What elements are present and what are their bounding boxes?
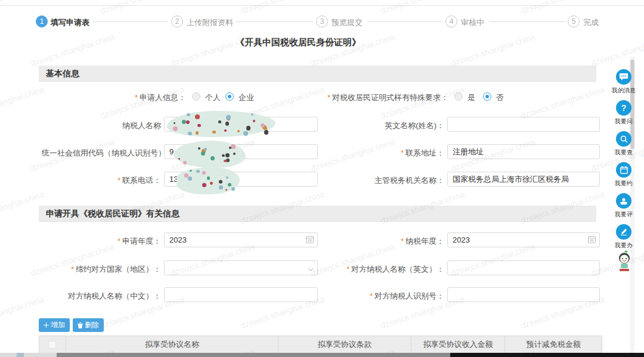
plus-icon <box>44 322 49 328</box>
tax-authority-input[interactable] <box>447 172 600 187</box>
sidebar-item-label: 我要约 <box>609 179 638 188</box>
treaty-country-label: *缔约对方国家（地区）： <box>42 264 161 275</box>
counterpart-tax-id-input[interactable] <box>447 287 600 302</box>
contact-address-input[interactable] <box>447 144 600 159</box>
calendar-icon[interactable] <box>306 236 314 243</box>
sidebar-item-appointment[interactable]: 我要约 <box>609 162 638 188</box>
step-connector <box>367 21 442 22</box>
tax-year-input[interactable] <box>447 232 600 247</box>
tax-resident-certificate-page: dzswjcs.shanghai.chinadzswjcs.shanghai.c… <box>0 0 644 357</box>
redaction-blob-taxpayer-name <box>167 111 275 137</box>
horizontal-scrollbar[interactable] <box>0 353 644 357</box>
radio-yes-label[interactable]: 是 <box>467 92 475 103</box>
contact-address-label: *联系地址： <box>325 148 444 159</box>
sidebar-item-label: 我要查 <box>609 148 638 157</box>
required-star: * <box>117 176 120 185</box>
treaty-country-select[interactable] <box>164 260 318 275</box>
radio-yes[interactable] <box>454 92 463 101</box>
step-1-label: 填写申请表 <box>51 17 89 28</box>
counterpart-name-cn-input[interactable] <box>164 287 318 302</box>
english-name-label: 英文名称(姓名)： <box>325 120 444 131</box>
step-connector <box>489 21 565 22</box>
required-star: * <box>370 291 373 300</box>
message-icon <box>616 69 631 85</box>
counterpart-name-en-label: *对方纳税人名称（英文）： <box>325 264 444 275</box>
redaction-blob-credit-code <box>174 141 246 168</box>
select-all-cell <box>39 336 66 353</box>
horizontal-scrollbar-thumb-dark[interactable] <box>450 353 644 357</box>
trash-icon <box>78 322 83 328</box>
step-connector <box>92 21 168 22</box>
required-star: * <box>71 265 74 274</box>
radio-no-label[interactable]: 否 <box>496 92 504 103</box>
sidebar-item-messages[interactable]: 我的消息 <box>609 69 638 95</box>
apply-year-label: *申请年度： <box>42 236 161 247</box>
step-2-label: 上传附报资料 <box>187 17 233 28</box>
top-divider <box>0 5 644 6</box>
column-header-agreement-name: 拟享受协议名称 <box>66 336 278 353</box>
required-star: * <box>327 93 330 102</box>
column-header-agreement-clause: 拟享受协议条款 <box>278 336 411 353</box>
tax-authority-label: 主管税务机关名称： <box>325 175 444 186</box>
radio-individual-label[interactable]: 个人 <box>205 92 221 103</box>
add-button[interactable]: 增加 <box>39 318 70 332</box>
step-5-circle: 5 <box>568 15 580 27</box>
step-3-circle: 3 <box>316 15 328 27</box>
apply-year-input[interactable] <box>164 232 318 247</box>
search-icon <box>616 131 631 147</box>
calendar-icon[interactable] <box>588 236 596 243</box>
counterpart-tax-id-label: *对方纳税人识别号： <box>325 291 444 302</box>
calendar-icon <box>616 162 631 178</box>
step-5-label: 完成 <box>583 17 599 28</box>
radio-individual[interactable] <box>192 92 200 101</box>
horizontal-scrollbar-segment[interactable] <box>17 353 24 357</box>
sidebar-item-label: 我要办 <box>609 241 638 250</box>
edit-icon <box>616 224 631 240</box>
horizontal-scrollbar-thumb[interactable] <box>57 353 450 357</box>
delete-button[interactable]: 删除 <box>73 318 104 332</box>
agreement-table-header: 拟享受协议名称 拟享受协议条款 拟享受协议收入金额 预计减免税金额 <box>39 336 602 353</box>
required-star: * <box>117 237 120 246</box>
sidebar-item-label: 我要问 <box>609 117 638 126</box>
step-4-circle: 4 <box>445 15 457 27</box>
step-1-circle: 1 <box>36 15 48 27</box>
step-connector <box>236 21 313 22</box>
step-4-label: 审核中 <box>461 17 484 28</box>
contact-phone-label: *联系电话： <box>42 175 161 186</box>
counterpart-name-en-input[interactable] <box>447 260 600 275</box>
applicant-type-label: *申请人信息： <box>72 92 186 103</box>
sidebar-item-evaluate[interactable]: 我要评 <box>609 193 638 219</box>
step-2-circle: 2 <box>171 15 183 27</box>
tax-year-label: *纳税年度： <box>325 236 444 247</box>
sidebar-item-search[interactable]: 我要查 <box>609 131 638 157</box>
special-format-label: *对税收居民证明式样有特殊要求： <box>322 92 448 103</box>
question-icon: ? <box>616 100 631 116</box>
sidebar-item-label: 我要评 <box>609 210 638 219</box>
required-star: * <box>346 265 349 274</box>
redaction-blob-contact-phone <box>177 167 240 194</box>
page-title: 《开具中国税收居民身份证明》 <box>0 37 596 48</box>
radio-enterprise-label[interactable]: 企业 <box>239 92 254 103</box>
required-star: * <box>401 237 404 246</box>
evaluate-icon <box>616 193 631 209</box>
sidebar-item-handle[interactable]: 我要办 <box>609 224 638 250</box>
column-header-income-amount: 拟享受协议收入金额 <box>411 336 506 353</box>
section-header-basic-info: 基本信息 <box>39 66 596 82</box>
step-3-label: 预览提交 <box>332 17 363 28</box>
select-all-checkbox[interactable] <box>48 341 56 349</box>
credit-code-label: 统一社会信用代码（纳税人识别号）： <box>42 148 161 159</box>
sidebar-item-ask[interactable]: ? 我要问 <box>609 100 638 126</box>
column-header-tax-reduction: 预计减免税金额 <box>505 336 602 353</box>
radio-enterprise[interactable] <box>225 92 234 101</box>
counterpart-name-cn-label: 对方纳税人名称（中文）： <box>42 291 161 302</box>
assistant-mascot-icon[interactable] <box>614 250 634 274</box>
chevron-down-icon <box>308 266 313 271</box>
taxpayer-name-label: 纳税人名称 <box>42 120 161 131</box>
radio-no[interactable] <box>483 92 491 101</box>
english-name-input[interactable] <box>447 117 600 132</box>
required-star: * <box>135 93 138 102</box>
sidebar-item-label: 我的消息 <box>609 86 638 95</box>
section-header-certificate-info: 申请开具《税收居民证明》有关信息 <box>39 206 596 222</box>
required-star: * <box>401 148 404 157</box>
